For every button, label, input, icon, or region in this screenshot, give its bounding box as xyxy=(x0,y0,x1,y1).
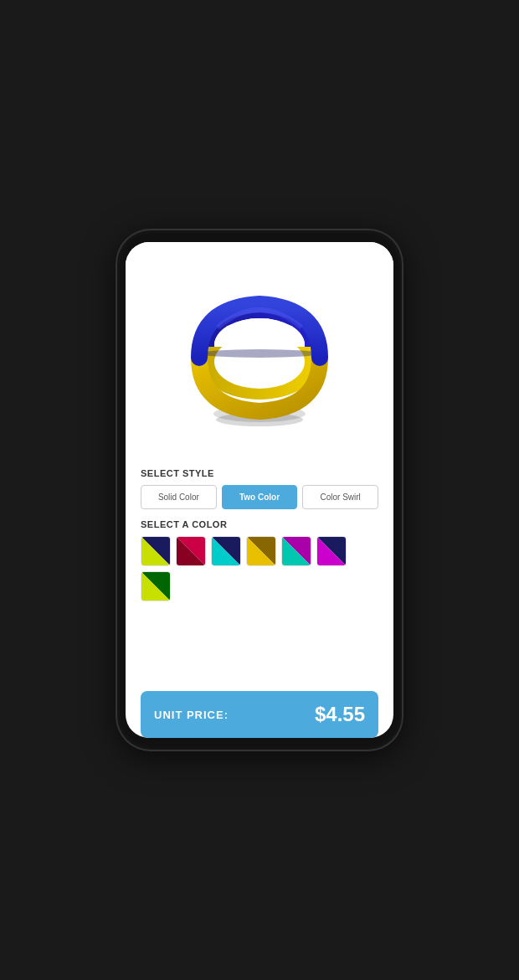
price-bar: UNIT PRICE: $4.55 xyxy=(141,691,378,738)
product-bracelet xyxy=(176,267,343,443)
color-swatch-5[interactable] xyxy=(281,536,311,566)
select-color-label: SELECT A COLOR xyxy=(141,519,378,529)
style-button-swirl[interactable]: Color Swirl xyxy=(302,485,378,509)
product-image-area xyxy=(126,242,393,460)
color-swatch-6[interactable] xyxy=(316,536,347,566)
style-button-two[interactable]: Two Color xyxy=(222,485,298,509)
price-value: $4.55 xyxy=(315,703,365,726)
phone-screen: SELECT STYLE Solid Color Two Color Color… xyxy=(126,242,393,738)
color-swatch-1[interactable] xyxy=(141,536,171,566)
color-swatch-4[interactable] xyxy=(246,536,276,566)
color-swatch-7[interactable] xyxy=(141,571,171,601)
content-area: SELECT STYLE Solid Color Two Color Color… xyxy=(126,460,393,738)
phone-device: SELECT STYLE Solid Color Two Color Color… xyxy=(117,230,402,750)
color-swatch-3[interactable] xyxy=(211,536,241,566)
color-swatches-group xyxy=(141,536,378,601)
color-swatch-2[interactable] xyxy=(176,536,206,566)
price-label: UNIT PRICE: xyxy=(154,709,229,721)
style-button-solid[interactable]: Solid Color xyxy=(141,485,217,509)
select-style-label: SELECT STYLE xyxy=(141,468,378,478)
style-buttons-group: Solid Color Two Color Color Swirl xyxy=(141,485,378,509)
